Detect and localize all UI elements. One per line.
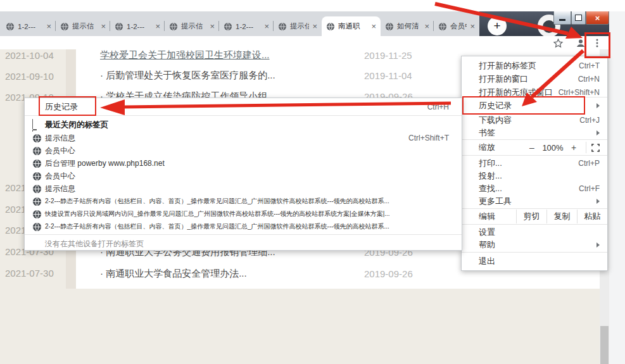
tab-5[interactable]: 1-2--- ×	[219, 16, 274, 36]
globe-favicon-icon	[32, 184, 42, 194]
article-link[interactable]: · 后勤管理处关于恢复医务室医疗服务的...	[100, 70, 275, 82]
browser-window: 1-2--- × 提示信 × 1-2--- × 提示信 × 1-2--- × 提…	[0, 0, 625, 364]
article-date: 2019-11-25	[364, 50, 412, 61]
zoom-level: 100%	[539, 143, 567, 153]
globe-favicon-icon	[438, 22, 447, 31]
globe-favicon-icon	[32, 197, 42, 206]
globe-favicon-icon	[6, 22, 15, 31]
tab-close-icon[interactable]: ×	[46, 22, 51, 30]
restore-button[interactable]	[571, 11, 586, 25]
tab-9[interactable]: 会员中 ×	[434, 16, 479, 36]
article-link[interactable]: · 南通职业大学食品安全管理办法...	[100, 268, 247, 280]
tab-title: 如何清	[397, 22, 421, 31]
menu-item-cast[interactable]: 投射...	[462, 169, 607, 182]
menu-item-find[interactable]: 查找... Ctrl+F	[462, 182, 607, 195]
menu-item-new-window[interactable]: 打开新的窗口 Ctrl+N	[462, 72, 607, 85]
minimize-button[interactable]	[553, 11, 571, 25]
article-date: 2019-11-04	[364, 70, 412, 81]
history-item[interactable]: 提示信息	[25, 182, 462, 195]
menu-item-edit: 编辑 剪切 复制 粘贴	[462, 210, 607, 223]
no-other-devices-note: 没有在其他设备打开的标签页	[25, 237, 462, 250]
globe-favicon-icon	[224, 22, 232, 31]
tab-strip: 1-2--- × 提示信 × 1-2--- × 提示信 × 1-2--- × 提…	[0, 11, 609, 36]
globe-favicon-icon	[32, 159, 42, 168]
article-link[interactable]: 学校爱卫会关于加强校园卫生环境建设...	[100, 49, 270, 61]
history-item[interactable]: 快捷设置内容只设局域网内访问_操作最常见问题汇总_广州国微软件高校站群系统---…	[25, 208, 462, 220]
zoom-in-button[interactable]: +	[567, 142, 581, 153]
menu-item-downloads[interactable]: 下载内容 Ctrl+J	[462, 113, 607, 127]
history-item[interactable]: 2-2---静态子站所有内容（包括栏目、内容、首页）_操作最常见问题汇总_广州国…	[25, 195, 462, 208]
close-button[interactable]: ×	[586, 11, 609, 25]
recently-closed-header: 最近关闭的标签页	[25, 118, 462, 132]
globe-favicon-icon	[115, 22, 123, 31]
menu-item-more-tools[interactable]: 更多工具	[462, 194, 607, 208]
globe-favicon-icon	[385, 22, 394, 31]
history-item[interactable]: 后台管理 powerby www.php168.net	[25, 157, 462, 170]
tab-close-icon[interactable]: ×	[312, 22, 317, 30]
tab-page-icon	[32, 120, 42, 129]
history-item[interactable]: 2-2---静态子站所有内容（包括栏目、内容、首页）_操作最常见问题汇总_广州国…	[25, 220, 462, 233]
left-date-fragment: 2021	[5, 204, 26, 215]
menu-item-exit[interactable]: 退出	[462, 254, 607, 268]
new-tab-button[interactable]: +	[488, 16, 507, 35]
tab-3[interactable]: 1-2--- ×	[110, 16, 165, 36]
zoom-out-button[interactable]: –	[525, 142, 539, 153]
globe-favicon-icon	[32, 210, 42, 219]
globe-favicon-icon	[169, 22, 178, 31]
tab-4[interactable]: 提示信 ×	[165, 16, 219, 36]
tab-6[interactable]: 提示信 ×	[274, 16, 322, 36]
edit-copy-button[interactable]: 复制	[546, 210, 577, 223]
edit-paste-button[interactable]: 粘贴	[577, 210, 607, 223]
tab-close-icon[interactable]: ×	[424, 22, 429, 30]
tab-title: 南通职	[338, 22, 368, 31]
minimize-icon	[559, 19, 565, 21]
annotation-box-menu-icon	[584, 32, 610, 58]
scrollbar-thumb[interactable]	[600, 326, 609, 364]
left-date-fragment: 2021	[5, 182, 26, 193]
left-date: 2021-09-10	[5, 71, 54, 82]
menu-item-zoom: 缩放 – 100% +	[462, 141, 607, 154]
globe-favicon-icon	[32, 134, 42, 143]
tab-title: 提示信	[290, 22, 309, 31]
restore-icon	[575, 15, 582, 21]
tab-2[interactable]: 提示信 ×	[56, 16, 110, 36]
tab-close-icon[interactable]: ×	[264, 22, 269, 30]
tab-title: 提示信	[181, 22, 206, 31]
article-date: 2019-09-26	[364, 268, 413, 279]
annotation-box-history-item	[462, 96, 585, 115]
edit-cut-button[interactable]: 剪切	[516, 210, 546, 223]
menu-item-print[interactable]: 打印... Ctrl+P	[462, 156, 607, 170]
bookmark-star-icon[interactable]	[552, 37, 564, 49]
submenu-caret-icon	[597, 199, 600, 204]
menu-item-settings[interactable]: 设置	[462, 225, 607, 239]
globe-favicon-icon	[60, 22, 69, 31]
tab-title: 会员中	[450, 22, 467, 31]
menu-item-new-tab[interactable]: 打开新的标签页 Ctrl+T	[462, 59, 607, 72]
tab-1[interactable]: 1-2--- ×	[1, 16, 56, 36]
globe-favicon-icon	[32, 172, 42, 181]
history-item[interactable]: 会员中心	[25, 170, 462, 182]
tab-active[interactable]: 南通职 ×	[322, 16, 381, 36]
annotation-box-submenu-title	[39, 96, 96, 116]
tab-close-icon[interactable]: ×	[371, 22, 376, 30]
tab-close-icon[interactable]: ×	[210, 22, 215, 30]
submenu-caret-icon	[597, 103, 600, 108]
tab-close-icon[interactable]: ×	[101, 22, 106, 30]
left-date-fragment: 2021	[5, 225, 26, 235]
tab-title: 1-2---	[236, 23, 261, 30]
left-date: 2021-10-04	[5, 50, 54, 61]
desktop-background	[609, 11, 625, 364]
history-item[interactable]: 会员中心	[25, 144, 462, 157]
tab-title: 1-2---	[18, 23, 43, 30]
globe-favicon-icon	[278, 22, 287, 31]
globe-favicon-icon	[32, 222, 42, 232]
left-date: 2021-07-30	[5, 268, 54, 279]
fullscreen-icon[interactable]	[591, 144, 600, 152]
tab-close-icon[interactable]: ×	[470, 22, 475, 30]
tab-8[interactable]: 如何清 ×	[381, 16, 434, 36]
menu-item-help[interactable]: 帮助	[462, 238, 607, 251]
tab-close-icon[interactable]: ×	[155, 22, 160, 30]
menu-item-bookmarks[interactable]: 书签	[462, 126, 607, 139]
globe-favicon-icon	[32, 146, 42, 156]
history-item[interactable]: 提示信息 Ctrl+Shift+T	[25, 132, 462, 144]
